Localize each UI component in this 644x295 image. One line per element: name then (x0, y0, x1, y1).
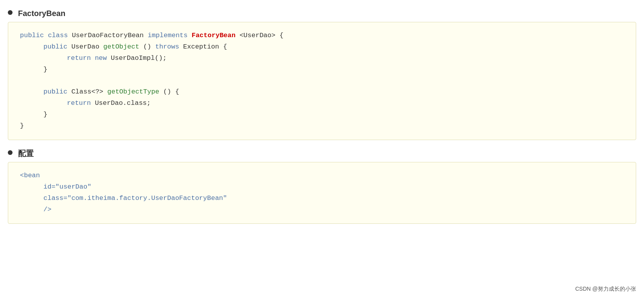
code-line-7: } (20, 109, 624, 121)
keyword-new-1: new (95, 54, 107, 62)
config-code-block: <bean id="userDao" class="com.itheima.fa… (8, 162, 636, 224)
code-line-6: return UserDao.class; (20, 98, 624, 109)
factory-bean-label: FactoryBean (18, 8, 65, 19)
keyword-return-1: return (67, 54, 91, 62)
code-line-empty (20, 76, 624, 87)
page-container: FactoryBean public class UserDaoFactoryB… (0, 0, 644, 295)
keyword-public-2: public (43, 43, 67, 50)
config-label: 配置 (18, 148, 34, 159)
interface-factorybean: FactoryBean (192, 32, 236, 39)
keyword-return-2: return (67, 99, 91, 107)
keyword-class-1: class (48, 32, 68, 39)
bullet-dot-2 (8, 150, 13, 155)
footer-bar: CSDN @努力成长的小张 (527, 283, 644, 295)
code-line-5: public Class<?> getObjectType () { (20, 86, 624, 98)
code-line-4: } (20, 64, 624, 76)
xml-line-4: /> (20, 204, 624, 216)
method-getobject: getObject (103, 43, 139, 50)
keyword-implements: implements (148, 32, 187, 39)
method-getobjecttype: getObjectType (107, 88, 159, 95)
code-line-2: public UserDao getObject () throws Excep… (20, 41, 624, 53)
code-line-1: public class UserDaoFactoryBean implemen… (20, 30, 624, 41)
xml-line-2: id="userDao" (20, 182, 624, 193)
xml-attr-class: class="com.itheima.factory.UserDaoFactor… (43, 194, 227, 202)
code-line-8: } (20, 121, 624, 132)
keyword-public-3: public (43, 88, 67, 95)
keyword-throws: throws (155, 43, 179, 50)
factory-bean-code-block: public class UserDaoFactoryBean implemen… (8, 22, 636, 140)
config-bullet-section: 配置 (8, 148, 636, 159)
xml-bean-open: <bean (20, 172, 40, 179)
xml-line-3: class="com.itheima.factory.UserDaoFactor… (20, 193, 624, 204)
xml-attr-id: id="userDao" (43, 183, 91, 191)
bullet-dot-1 (8, 10, 13, 15)
keyword-public-1: public (20, 32, 44, 39)
xml-self-close: /> (43, 206, 51, 213)
xml-line-1: <bean (20, 170, 624, 182)
factory-bean-bullet-section: FactoryBean (8, 8, 636, 19)
footer-text: CSDN @努力成长的小张 (575, 286, 636, 292)
code-line-3: return new UserDaoImpl(); (20, 53, 624, 64)
